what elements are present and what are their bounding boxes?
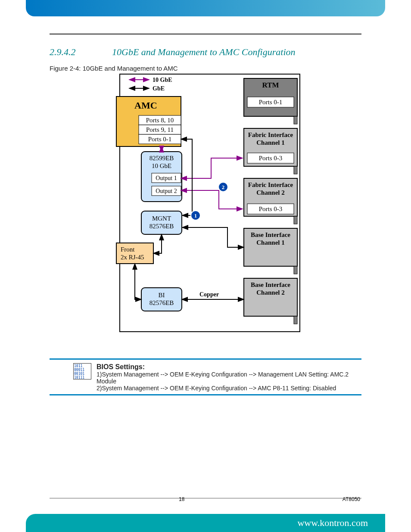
svg-text:2x RJ-45: 2x RJ-45 bbox=[121, 254, 144, 261]
svg-text:82576EB: 82576EB bbox=[149, 223, 174, 230]
page-number: 18 bbox=[179, 496, 184, 502]
svg-text:82599EB: 82599EB bbox=[149, 155, 174, 162]
svg-text:Ports 0-3: Ports 0-3 bbox=[259, 155, 283, 162]
svg-text:Fabric Interface: Fabric Interface bbox=[248, 131, 293, 138]
svg-text:2: 2 bbox=[222, 184, 225, 190]
svg-text:Output 1: Output 1 bbox=[156, 175, 177, 181]
svg-text:Channel 2: Channel 2 bbox=[256, 189, 284, 196]
svg-text:MGNT: MGNT bbox=[152, 215, 171, 222]
svg-text:Base Interface: Base Interface bbox=[251, 281, 290, 288]
figure-caption: Figure 2-4: 10GbE and Management to AMC bbox=[50, 65, 178, 72]
bios-line-2: 2)System Management --> OEM E-Keying Con… bbox=[97, 385, 351, 392]
section-title: 10GbE and Management to AMC Configuratio… bbox=[112, 47, 296, 58]
svg-text:Ports 0-3: Ports 0-3 bbox=[259, 205, 283, 212]
model-number: AT8050 bbox=[342, 496, 360, 502]
svg-text:Output 2: Output 2 bbox=[156, 188, 177, 194]
binary-icon-text: 1011 00011 00101 10111 bbox=[74, 364, 84, 380]
bios-line-1: 1)System Management --> OEM E-Keying Con… bbox=[97, 371, 351, 385]
top-blue-bar bbox=[26, 0, 385, 16]
svg-text:AMC: AMC bbox=[134, 100, 157, 111]
svg-text:Copper: Copper bbox=[199, 291, 219, 298]
svg-text:Base Interface: Base Interface bbox=[251, 231, 290, 238]
svg-rect-21 bbox=[294, 266, 297, 274]
section-number: 2.9.4.2 bbox=[50, 47, 76, 58]
diagram: RTM Ports 0-1 Fabric Interface Channel 1… bbox=[115, 73, 301, 333]
binary-icon: 1011 00011 00101 10111 bbox=[73, 363, 91, 380]
svg-text:RTM: RTM bbox=[262, 81, 279, 89]
svg-text:Channel 2: Channel 2 bbox=[256, 289, 284, 296]
svg-text:10 GbE: 10 GbE bbox=[153, 77, 172, 83]
footer-url: www.kontron.com bbox=[297, 517, 368, 529]
svg-text:82576EB: 82576EB bbox=[149, 299, 174, 306]
svg-text:Channel 1: Channel 1 bbox=[256, 239, 284, 246]
svg-text:Ports 0-1: Ports 0-1 bbox=[148, 136, 172, 143]
svg-rect-17 bbox=[294, 216, 297, 224]
footer-rule bbox=[50, 498, 361, 498]
footer-bar: www.kontron.com bbox=[26, 514, 385, 532]
bios-settings-note: 1011 00011 00101 10111 BIOS Settings: 1)… bbox=[50, 358, 361, 395]
svg-text:Channel 1: Channel 1 bbox=[256, 139, 284, 146]
svg-rect-25 bbox=[294, 316, 297, 324]
svg-text:Ports 9, 11: Ports 9, 11 bbox=[146, 126, 174, 133]
svg-text:10 GbE: 10 GbE bbox=[152, 162, 171, 169]
top-rule bbox=[50, 34, 361, 34]
svg-text:Front: Front bbox=[121, 246, 135, 253]
svg-text:1: 1 bbox=[194, 212, 197, 219]
svg-text:GbE: GbE bbox=[153, 85, 165, 92]
svg-rect-5 bbox=[294, 116, 297, 124]
svg-text:Fabric Interface: Fabric Interface bbox=[248, 181, 293, 188]
bios-title: BIOS Settings: bbox=[97, 363, 351, 371]
svg-text:Ports 0-1: Ports 0-1 bbox=[259, 99, 283, 106]
svg-text:Ports 8, 10: Ports 8, 10 bbox=[146, 117, 174, 124]
svg-text:BI: BI bbox=[159, 292, 165, 299]
svg-rect-11 bbox=[294, 166, 297, 174]
